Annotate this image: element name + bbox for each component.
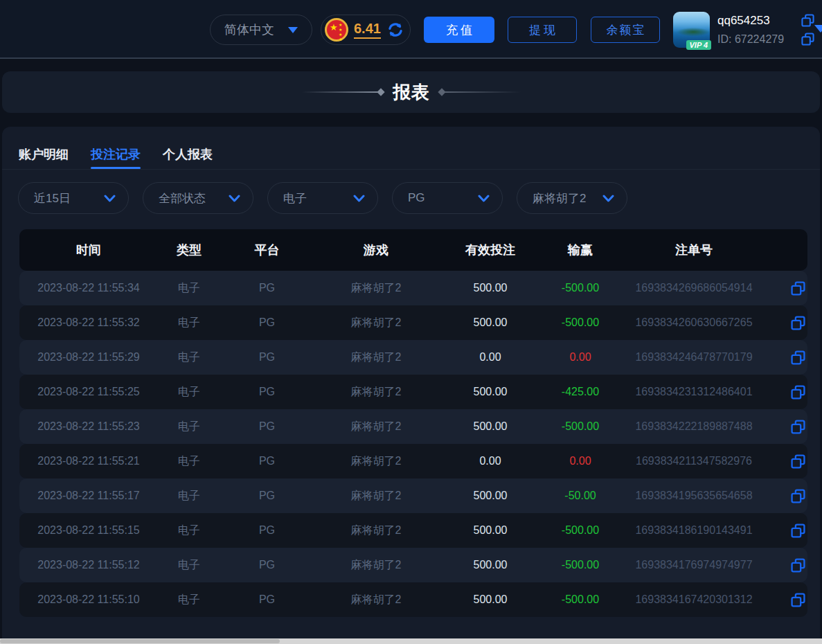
edge-caret-icon[interactable] — [814, 25, 822, 33]
yuebao-button[interactable]: 余额宝 — [591, 17, 660, 43]
col-header-type: 类型 — [158, 242, 220, 258]
cell-time: 2023-08-22 11:55:25 — [19, 386, 158, 398]
cell-order-no: 1693834246478770179 — [618, 351, 769, 364]
user-avatar[interactable]: VIP 4 — [673, 12, 710, 48]
table-header-row: 时间 类型 平台 游戏 有效投注 输赢 注单号 — [19, 229, 807, 271]
cell-time: 2023-08-22 11:55:12 — [19, 559, 158, 571]
cell-game: 麻将胡了2 — [314, 558, 438, 573]
cell-type: 电子 — [158, 385, 220, 400]
filter-game[interactable]: 麻将胡了2 — [517, 182, 627, 214]
withdraw-button[interactable]: 提现 — [508, 17, 577, 43]
cell-valid-bet: 500.00 — [438, 559, 542, 571]
cell-platform: PG — [220, 316, 314, 329]
cell-type: 电子 — [158, 281, 220, 296]
table-row: 2023-08-22 11:55:10 电子 PG 麻将胡了2 500.00 -… — [19, 582, 807, 617]
table-row: 2023-08-22 11:55:21 电子 PG 麻将胡了2 0.00 0.0… — [19, 444, 807, 478]
cell-time: 2023-08-22 11:55:23 — [19, 420, 158, 433]
cell-type: 电子 — [158, 316, 220, 330]
cell-game: 麻将胡了2 — [314, 593, 438, 607]
table-row: 2023-08-22 11:55:32 电子 PG 麻将胡了2 500.00 -… — [19, 305, 807, 340]
username: qq654253 — [717, 14, 770, 28]
copy-order-icon[interactable] — [791, 420, 805, 434]
filter-status[interactable]: 全部状态 — [143, 182, 253, 214]
cell-order-no: 1693834176974974977 — [618, 559, 769, 571]
cell-win-loss: -50.00 — [542, 490, 618, 502]
cell-order-no: 1693834167420301312 — [618, 593, 769, 606]
vip-badge: VIP 4 — [686, 40, 712, 50]
cell-type: 电子 — [158, 593, 220, 607]
cell-valid-bet: 500.00 — [438, 386, 542, 398]
cell-time: 2023-08-22 11:55:21 — [19, 455, 158, 467]
filter-category[interactable]: 电子 — [267, 182, 378, 214]
cell-valid-bet: 0.00 — [438, 455, 542, 467]
report-content-panel: 账户明细 投注记录 个人报表 近15日 全部状态 电子 PG 麻将胡了2 时间 … — [2, 127, 820, 644]
cell-game: 麻将胡了2 — [314, 489, 438, 503]
cell-platform: PG — [220, 455, 314, 467]
copy-order-icon[interactable] — [791, 281, 805, 296]
filter-bar: 近15日 全部状态 电子 PG 麻将胡了2 — [2, 170, 820, 214]
col-header-time: 时间 — [19, 242, 158, 258]
report-tabs: 账户明细 投注记录 个人报表 — [2, 127, 820, 170]
cell-win-loss: -425.00 — [542, 386, 618, 398]
title-line-right — [443, 91, 521, 93]
title-diamond-left — [377, 88, 384, 96]
cell-valid-bet: 500.00 — [438, 593, 542, 606]
col-header-order-no: 注单号 — [618, 242, 769, 258]
copy-user-id-icon[interactable] — [801, 33, 814, 46]
cell-type: 电子 — [158, 454, 220, 469]
cell-platform: PG — [220, 490, 314, 502]
cell-game: 麻将胡了2 — [314, 524, 438, 538]
copy-order-icon[interactable] — [791, 489, 805, 503]
copy-order-icon[interactable] — [791, 454, 805, 469]
report-title-panel: 报表 — [2, 71, 820, 113]
col-header-valid-bet: 有效投注 — [438, 242, 542, 258]
recharge-button[interactable]: 充值 — [424, 17, 494, 43]
chevron-down-icon — [478, 195, 490, 202]
scrollbar-thumb[interactable] — [0, 639, 280, 643]
chevron-down-icon — [602, 195, 614, 202]
copy-order-icon[interactable] — [791, 316, 805, 330]
cell-platform: PG — [220, 351, 314, 364]
copy-username-icon[interactable] — [801, 14, 814, 27]
cell-type: 电子 — [158, 350, 220, 365]
cell-order-no: 1693834269686054914 — [618, 282, 769, 294]
cell-game: 麻将胡了2 — [314, 454, 438, 469]
table-row: 2023-08-22 11:55:23 电子 PG 麻将胡了2 500.00 -… — [19, 409, 807, 444]
title-diamond-right — [438, 88, 445, 96]
title-line-left — [302, 91, 379, 93]
col-header-platform: 平台 — [220, 242, 314, 258]
tab-bet-records[interactable]: 投注记录 — [91, 146, 141, 169]
cell-order-no: 1693834260630667265 — [618, 316, 769, 329]
cell-win-loss: -500.00 — [542, 593, 618, 606]
table-row: 2023-08-22 11:55:17 电子 PG 麻将胡了2 500.00 -… — [19, 478, 807, 513]
cell-platform: PG — [220, 386, 314, 398]
cell-order-no: 1693834231312486401 — [618, 386, 769, 398]
cell-time: 2023-08-22 11:55:15 — [19, 524, 158, 537]
language-selector[interactable]: 简体中文 — [210, 15, 312, 45]
language-label: 简体中文 — [224, 21, 274, 38]
user-id: ID: 67224279 — [717, 33, 784, 46]
copy-order-icon[interactable] — [791, 524, 805, 538]
page-title: 报表 — [393, 80, 429, 105]
cell-game: 麻将胡了2 — [314, 385, 438, 400]
col-header-game: 游戏 — [314, 242, 438, 258]
cell-type: 电子 — [158, 420, 220, 434]
chevron-down-icon — [353, 195, 365, 202]
copy-order-icon[interactable] — [791, 350, 805, 365]
refresh-icon[interactable] — [386, 21, 404, 39]
cell-platform: PG — [220, 559, 314, 571]
copy-order-icon[interactable] — [791, 593, 805, 607]
copy-order-icon[interactable] — [791, 558, 805, 573]
cell-order-no: 1693834195635654658 — [618, 490, 769, 502]
copy-order-icon[interactable] — [791, 385, 805, 400]
filter-date-range[interactable]: 近15日 — [18, 182, 129, 214]
cell-win-loss: -500.00 — [542, 524, 618, 537]
filter-platform[interactable]: PG — [392, 182, 503, 214]
tab-account-detail[interactable]: 账户明细 — [19, 146, 69, 169]
cell-type: 电子 — [158, 524, 220, 538]
horizontal-scrollbar[interactable] — [0, 638, 822, 644]
tab-personal-report[interactable]: 个人报表 — [163, 146, 213, 169]
cell-order-no: 1693834222189887488 — [618, 420, 769, 433]
cell-time: 2023-08-22 11:55:10 — [19, 593, 158, 606]
exchange-rate-value[interactable]: 6.41 — [354, 21, 381, 39]
